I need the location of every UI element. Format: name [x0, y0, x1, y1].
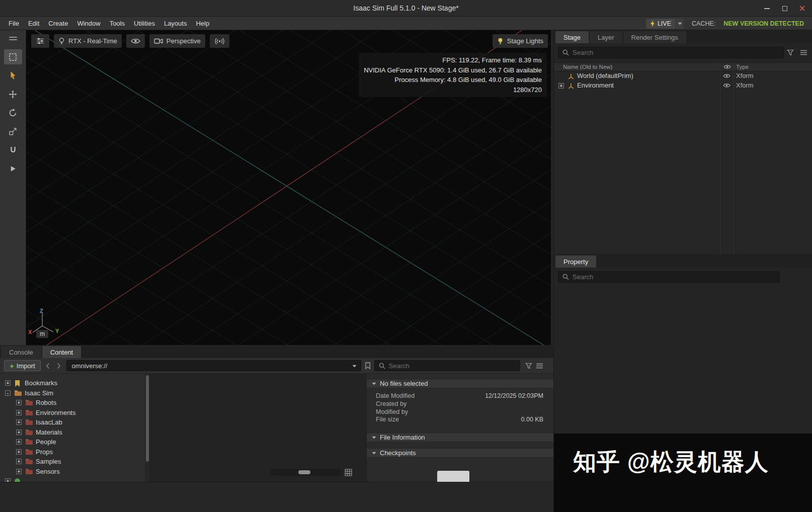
expand-toggle[interactable]: -: [5, 390, 11, 396]
expand-toggle[interactable]: +: [5, 478, 11, 482]
minimize-icon: [764, 8, 770, 9]
toolbar-handle-button[interactable]: [4, 33, 22, 44]
expand-toggle[interactable]: +: [16, 459, 22, 464]
path-input[interactable]: omniverse://: [66, 360, 361, 371]
maximize-button[interactable]: [781, 5, 788, 12]
visibility-eye-icon[interactable]: [723, 83, 730, 88]
tree-item[interactable]: +: [0, 476, 145, 482]
stage-row-world-defaultprim[interactable]: World (defaultPrim)Xform: [554, 71, 812, 81]
options-icon[interactable]: [800, 50, 807, 55]
type-column-header[interactable]: Type: [736, 64, 749, 70]
detail-value: 0.00 KB: [521, 416, 543, 424]
expand-toggle[interactable]: +: [16, 469, 22, 474]
tree-item-people[interactable]: +People: [0, 437, 145, 447]
isaac-sim-window: Isaac Sim Full 5.1.0 - New Stage* FileEd…: [0, 0, 812, 512]
tree-item-isaac-sim[interactable]: -Isaac Sim: [0, 388, 145, 398]
snap-tool-button[interactable]: [4, 142, 22, 157]
section-header-checkpoints[interactable]: Checkpoints: [367, 448, 553, 458]
tree-item-label: Robots: [36, 399, 56, 406]
close-button[interactable]: [798, 5, 806, 12]
visibility-eye-icon[interactable]: [723, 73, 730, 78]
tree-item-materials[interactable]: +Materials: [0, 428, 145, 438]
expand-toggle[interactable]: +: [16, 439, 22, 445]
tree-item-environments[interactable]: +Environments: [0, 408, 145, 418]
tab-console[interactable]: Console: [1, 346, 41, 358]
move-tool-button[interactable]: [4, 87, 22, 102]
file-grid-area[interactable]: [149, 374, 366, 482]
play-button[interactable]: [4, 161, 22, 176]
tree-item-bookmarks[interactable]: +Bookmarks: [0, 378, 145, 388]
selection-header[interactable]: No files selected: [367, 379, 553, 388]
property-search-input[interactable]: Search: [558, 271, 780, 283]
section-header-file-information[interactable]: File Information: [367, 433, 553, 442]
tab-layer[interactable]: Layer: [590, 31, 622, 43]
forward-button[interactable]: [55, 363, 63, 369]
expand-toggle[interactable]: +: [16, 430, 22, 435]
stage-lights-button[interactable]: Stage Lights: [493, 34, 548, 48]
scrollbar-thumb[interactable]: [146, 375, 149, 462]
filter-icon[interactable]: [525, 363, 532, 369]
xform-prim-icon: [567, 82, 575, 90]
expand-toggle[interactable]: +: [16, 449, 22, 455]
select-mode-button[interactable]: [4, 49, 22, 64]
tab-stage[interactable]: Stage: [555, 31, 589, 43]
scale-icon: [9, 127, 17, 136]
menu-create[interactable]: Create: [44, 20, 72, 27]
filter-icon[interactable]: [787, 49, 794, 56]
menu-help[interactable]: Help: [191, 20, 214, 27]
tree-item-samples[interactable]: +Samples: [0, 457, 145, 467]
grid-view-icon[interactable]: [344, 468, 353, 477]
expand-toggle[interactable]: +: [16, 419, 22, 425]
menu-tools[interactable]: Tools: [105, 20, 129, 27]
camera-selector[interactable]: Perspective: [149, 34, 205, 48]
stage-lights-icon: [497, 37, 504, 45]
viewport-settings-button[interactable]: [31, 34, 49, 48]
scale-tool-button[interactable]: [4, 124, 22, 139]
rotate-tool-button[interactable]: [4, 105, 22, 120]
search-placeholder: Search: [389, 362, 410, 370]
expand-toggle[interactable]: +: [5, 380, 11, 386]
slider-handle[interactable]: [298, 470, 310, 474]
bookmark-icon[interactable]: [365, 362, 371, 369]
menu-file[interactable]: File: [4, 20, 24, 27]
visibility-menu-button[interactable]: [126, 34, 145, 48]
stage-lights-label: Stage Lights: [507, 37, 543, 45]
tree-scrollbar[interactable]: [145, 374, 149, 482]
new-version-banner[interactable]: NEW VERSION DETECTED: [723, 20, 804, 27]
menu-edit[interactable]: Edit: [24, 20, 44, 27]
checkpoint-thumbnail[interactable]: [437, 471, 469, 482]
folder-icon: [25, 429, 33, 436]
tree-item-robots[interactable]: +Robots: [0, 398, 145, 408]
cursor-tool-button[interactable]: [4, 68, 22, 83]
tree-item-isaaclab[interactable]: +IsaacLab: [0, 417, 145, 428]
menu-utilities[interactable]: Utilities: [129, 20, 159, 27]
live-dropdown-button[interactable]: [675, 19, 684, 29]
expand-toggle[interactable]: +: [16, 400, 22, 405]
axis-x-label: X: [28, 329, 32, 335]
path-dropdown-icon[interactable]: [352, 365, 357, 368]
stage-search-input[interactable]: Search: [558, 47, 784, 58]
expand-toggle[interactable]: +: [16, 410, 22, 415]
live-button[interactable]: LIVE: [646, 19, 675, 29]
expand-toggle[interactable]: +: [558, 83, 564, 89]
menu-layouts[interactable]: Layouts: [159, 20, 192, 27]
content-search-input[interactable]: Search: [374, 360, 520, 371]
import-button[interactable]: + Import: [4, 360, 41, 371]
tab-content[interactable]: Content: [42, 346, 82, 358]
tab-render-settings[interactable]: Render Settings: [623, 31, 686, 43]
capture-button[interactable]: [210, 34, 229, 48]
thumbnail-size-slider[interactable]: [270, 469, 342, 476]
renderer-selector[interactable]: RTX - Real-Time: [54, 34, 122, 48]
tree-item-sensors[interactable]: +Sensors: [0, 467, 145, 477]
stage-row-environment[interactable]: +EnvironmentXform: [554, 81, 812, 91]
tab-property[interactable]: Property: [555, 255, 596, 268]
live-sync-control[interactable]: LIVE: [646, 19, 684, 29]
tree-item-props[interactable]: +Props: [0, 447, 145, 457]
options-icon[interactable]: [536, 363, 543, 369]
viewport[interactable]: RTX - Real-Time Perspective Stage Lights…: [26, 30, 551, 345]
hamburger-icon: [9, 36, 18, 42]
name-column-header[interactable]: Name (Old to New): [563, 64, 612, 70]
back-button[interactable]: [44, 363, 52, 369]
menu-window[interactable]: Window: [72, 20, 105, 27]
minimize-button[interactable]: [763, 5, 771, 12]
